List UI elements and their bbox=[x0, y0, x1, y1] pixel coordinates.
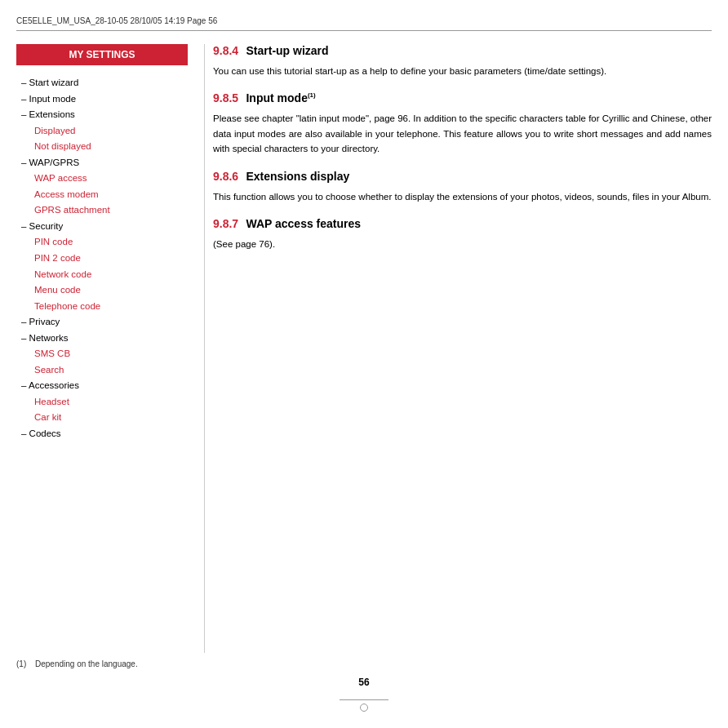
section-985-superscript: (1) bbox=[308, 92, 316, 100]
header-text: CE5ELLE_UM_USA_28-10-05 28/10/05 14:19 P… bbox=[16, 16, 217, 25]
list-item: Displayed bbox=[16, 123, 188, 140]
page-number-area: 56 bbox=[16, 672, 712, 691]
list-item: Search bbox=[16, 362, 188, 379]
content-area: MY SETTINGS Start wizard Input mode Exte… bbox=[16, 44, 712, 653]
section-985-body: Please see chapter "latin input mode", p… bbox=[213, 111, 712, 156]
bottom-decoration bbox=[16, 699, 712, 712]
list-item: Menu code bbox=[16, 282, 188, 299]
section-987: 9.8.7 WAP access features (See page 76). bbox=[213, 217, 712, 251]
list-item: Car kit bbox=[16, 410, 188, 426]
section-986-body: This function allows you to choose wheth… bbox=[213, 189, 712, 204]
section-984-body: You can use this tutorial start-up as a … bbox=[213, 64, 712, 78]
section-984: 9.8.4 Start-up wizard You can use this t… bbox=[213, 44, 712, 78]
list-item: Extensions bbox=[16, 107, 188, 123]
section-985: 9.8.5 Input mode(1) Please see chapter "… bbox=[213, 91, 712, 156]
sidebar: MY SETTINGS Start wizard Input mode Exte… bbox=[16, 44, 188, 653]
list-item: Accessories bbox=[16, 378, 188, 394]
section-986: 9.8.6 Extensions display This function a… bbox=[213, 170, 712, 204]
list-item: Input mode bbox=[16, 91, 188, 108]
section-986-number: 9.8.6 bbox=[213, 170, 238, 183]
list-item: PIN code bbox=[16, 234, 188, 251]
section-986-title: Extensions display bbox=[246, 170, 349, 183]
list-item: GPRS attachment bbox=[16, 202, 188, 219]
section-984-title: Start-up wizard bbox=[246, 44, 328, 57]
page-container: CE5ELLE_UM_USA_28-10-05 28/10/05 14:19 P… bbox=[0, 0, 728, 728]
list-item: Networks bbox=[16, 331, 188, 347]
list-item: Headset bbox=[16, 394, 188, 411]
section-984-heading: 9.8.4 Start-up wizard bbox=[213, 44, 712, 57]
bottom-line bbox=[340, 699, 388, 700]
section-987-heading: 9.8.7 WAP access features bbox=[213, 217, 712, 230]
page-number: 56 bbox=[358, 677, 369, 688]
list-item: Telephone code bbox=[16, 299, 188, 315]
footnote-text: Depending on the language. bbox=[35, 659, 138, 668]
section-984-number: 9.8.4 bbox=[213, 44, 238, 57]
sidebar-list: Start wizard Input mode Extensions Displ… bbox=[16, 75, 188, 442]
section-985-heading: 9.8.5 Input mode(1) bbox=[213, 91, 712, 104]
main-content: 9.8.4 Start-up wizard You can use this t… bbox=[204, 44, 712, 653]
list-item: WAP access bbox=[16, 171, 188, 187]
section-987-title: WAP access features bbox=[246, 217, 361, 230]
footnote-marker: (1) bbox=[16, 659, 26, 668]
list-item: Codecs bbox=[16, 426, 188, 442]
header-bar: CE5ELLE_UM_USA_28-10-05 28/10/05 14:19 P… bbox=[16, 16, 712, 31]
section-985-number: 9.8.5 bbox=[213, 91, 238, 104]
footnote: (1) Depending on the language. bbox=[16, 653, 712, 672]
bottom-circle bbox=[360, 704, 368, 712]
list-item: Access modem bbox=[16, 187, 188, 203]
list-item: Not displayed bbox=[16, 139, 188, 155]
section-987-number: 9.8.7 bbox=[213, 217, 238, 230]
sidebar-title: MY SETTINGS bbox=[16, 44, 188, 65]
list-item: Network code bbox=[16, 267, 188, 283]
list-item: Privacy bbox=[16, 314, 188, 331]
list-item: WAP/GPRS bbox=[16, 155, 188, 171]
section-987-body: (See page 76). bbox=[213, 237, 712, 251]
footer-area: (1) Depending on the language. 56 bbox=[16, 653, 712, 712]
list-item: Start wizard bbox=[16, 75, 188, 91]
list-item: Security bbox=[16, 219, 188, 235]
list-item: SMS CB bbox=[16, 346, 188, 362]
section-986-heading: 9.8.6 Extensions display bbox=[213, 170, 712, 183]
list-item: PIN 2 code bbox=[16, 251, 188, 267]
section-985-title: Input mode(1) bbox=[246, 91, 315, 104]
